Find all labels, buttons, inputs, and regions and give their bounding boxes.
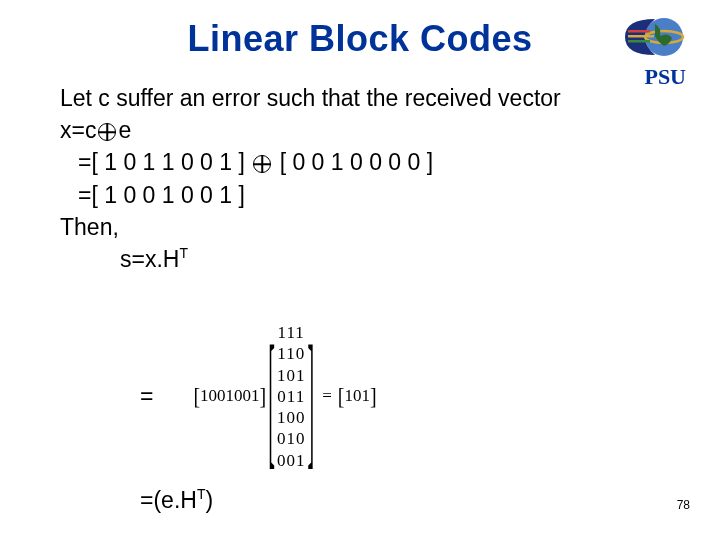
bracket-icon: [ <box>338 383 345 411</box>
equation-step2: =[ 1 0 0 1 0 0 1 ] <box>60 179 680 211</box>
slide-body: Let c suffer an error such that the rece… <box>60 82 680 275</box>
syndrome-expr: s=x.HT <box>60 243 680 275</box>
eht-post: ) <box>205 487 213 513</box>
page-number: 78 <box>677 498 690 512</box>
xor-icon <box>253 155 271 173</box>
vec-b: [ 0 0 1 0 0 0 0 ] <box>280 149 433 175</box>
matrix-column: 111 110 101 011 100 010 001 <box>277 322 306 471</box>
matrix-row: 010 <box>277 428 306 449</box>
bracket-icon: ] <box>370 383 377 411</box>
matrix-equation: = [1001001] [ 111 110 101 011 100 010 00… <box>140 322 377 471</box>
equals-label: = <box>140 383 153 410</box>
matrix-row: 100 <box>277 407 306 428</box>
row-vector: 1001001 <box>200 386 260 406</box>
svg-rect-2 <box>628 30 650 33</box>
equation-x: x=ce <box>60 114 680 146</box>
matrix-row: 111 <box>277 322 306 343</box>
then-label: Then, <box>60 211 680 243</box>
bracket-icon: [ <box>193 383 200 411</box>
matrix-row: 101 <box>277 365 306 386</box>
equals-sign: = <box>322 386 332 406</box>
text-line: Let c suffer an error such that the rece… <box>60 82 680 114</box>
matrix-row: 011 <box>277 386 306 407</box>
superscript-t: T <box>179 245 188 261</box>
xor-icon <box>98 123 116 141</box>
svg-rect-3 <box>628 35 654 38</box>
equation-step1: =[ 1 0 1 1 0 0 1 ] [ 0 0 1 0 0 0 0 ] <box>60 146 680 178</box>
x-rhs: e <box>118 117 131 143</box>
matrix-row: 110 <box>277 343 306 364</box>
vec-a: =[ 1 0 1 1 0 0 1 ] <box>78 149 245 175</box>
svg-rect-4 <box>628 40 650 43</box>
bracket-icon: ] <box>260 383 267 411</box>
result-vector: 101 <box>344 386 370 406</box>
globe-logo-icon <box>620 14 690 60</box>
s-expr: s=x.H <box>120 246 179 272</box>
eht-pre: =(e.H <box>140 487 197 513</box>
slide-title: Linear Block Codes <box>0 0 720 60</box>
matrix-row: 001 <box>277 450 306 471</box>
x-lhs: x=c <box>60 117 96 143</box>
eht-expr: =(e.HT) <box>140 486 213 514</box>
